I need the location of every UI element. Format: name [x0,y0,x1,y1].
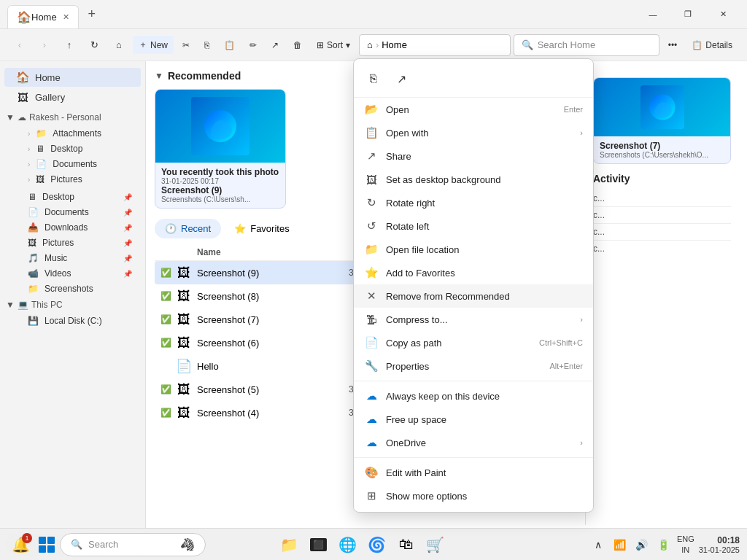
ctx-free-up-label: Free up space [386,414,583,425]
ctx-copy-path-label: Copy as path [386,338,532,349]
ctx-share-action-button[interactable]: ↗ [389,66,414,91]
ctx-share-item-icon: ↗ [364,149,379,163]
ctx-separator-2 [354,457,593,458]
ctx-share-item[interactable]: ↗ Share [354,144,593,168]
ctx-compress-item[interactable]: 🗜 Compress to... › [354,308,593,331]
ctx-rotate-left-icon: ↺ [364,219,379,233]
ctx-onedrive-icon: ☁ [364,435,379,450]
ctx-onedrive-item[interactable]: ☁ OneDrive › [354,431,593,454]
ctx-properties-shortcut: Alt+Enter [549,362,583,370]
ctx-edit-paint-item[interactable]: 🎨 Edit with Paint [354,461,593,484]
ctx-open-item[interactable]: 📂 Open Enter [354,98,593,121]
ctx-add-favorites-item[interactable]: ⭐ Add to Favorites [354,261,593,284]
ctx-always-keep-label: Always keep on this device [386,391,583,402]
context-menu-top-actions: ⎘ ↗ [354,63,593,98]
ctx-copy-action-button[interactable]: ⎘ [361,66,386,91]
ctx-edit-paint-label: Edit with Paint [386,467,583,478]
ctx-open-file-location-icon: 📁 [364,242,379,257]
ctx-copy-path-item[interactable]: 📄 Copy as path Ctrl+Shift+C [354,331,593,354]
ctx-rotate-right-item[interactable]: ↻ Rotate right [354,191,593,214]
ctx-rotate-left-item[interactable]: ↺ Rotate left [354,214,593,238]
ctx-rotate-right-label: Rotate right [386,198,583,209]
ctx-copy-path-icon: 📄 [364,335,379,350]
ctx-always-keep-item[interactable]: ☁ Always keep on this device [354,384,593,408]
ctx-set-desktop-item[interactable]: 🖼 Set as desktop background [354,168,593,191]
ctx-rotate-left-label: Rotate left [386,221,583,232]
ctx-show-more-icon: ⊞ [364,489,379,503]
ctx-open-with-arrow: › [580,128,583,137]
ctx-open-label: Open [386,104,557,115]
ctx-open-shortcut: Enter [564,105,583,114]
ctx-set-desktop-icon: 🖼 [364,172,379,187]
ctx-compress-arrow: › [580,315,583,324]
ctx-add-favorites-label: Add to Favorites [386,268,583,279]
ctx-show-more-label: Show more options [386,491,583,502]
ctx-rotate-right-icon: ↻ [364,195,379,210]
ctx-remove-recommended-item[interactable]: ✕ Remove from Recommended [354,284,593,308]
ctx-remove-recommended-label: Remove from Recommended [386,291,583,302]
ctx-copy-icon: ⎘ [370,72,377,85]
ctx-free-up-item[interactable]: ☁ Free up space [354,408,593,431]
ctx-edit-paint-icon: 🎨 [364,465,379,480]
ctx-open-with-item[interactable]: 📋 Open with › [354,121,593,144]
ctx-show-more-item[interactable]: ⊞ Show more options [354,484,593,508]
ctx-share-icon: ↗ [397,72,406,86]
ctx-open-with-label: Open with [386,128,573,139]
ctx-copy-path-shortcut: Ctrl+Shift+C [539,338,583,347]
ctx-properties-label: Properties [386,361,542,372]
ctx-onedrive-arrow: › [580,438,583,447]
ctx-properties-icon: 🔧 [364,359,379,373]
ctx-separator-1 [354,381,593,381]
ctx-onedrive-label: OneDrive [386,438,573,448]
ctx-compress-label: Compress to... [386,314,573,325]
ctx-share-item-label: Share [386,151,583,162]
ctx-add-favorites-icon: ⭐ [364,265,379,280]
ctx-open-file-location-item[interactable]: 📁 Open file location [354,238,593,261]
ctx-free-up-icon: ☁ [364,412,379,427]
ctx-open-file-location-label: Open file location [386,244,583,255]
ctx-open-with-icon: 📋 [364,125,379,140]
ctx-always-keep-icon: ☁ [364,389,379,403]
ctx-properties-item[interactable]: 🔧 Properties Alt+Enter [354,354,593,378]
ctx-set-desktop-label: Set as desktop background [386,174,583,185]
ctx-open-icon: 📂 [364,102,379,117]
ctx-compress-icon: 🗜 [364,312,379,327]
ctx-remove-recommended-icon: ✕ [364,289,379,303]
context-menu: ⎘ ↗ 📂 Open Enter 📋 Open with › ↗ Share 🖼… [353,58,594,513]
